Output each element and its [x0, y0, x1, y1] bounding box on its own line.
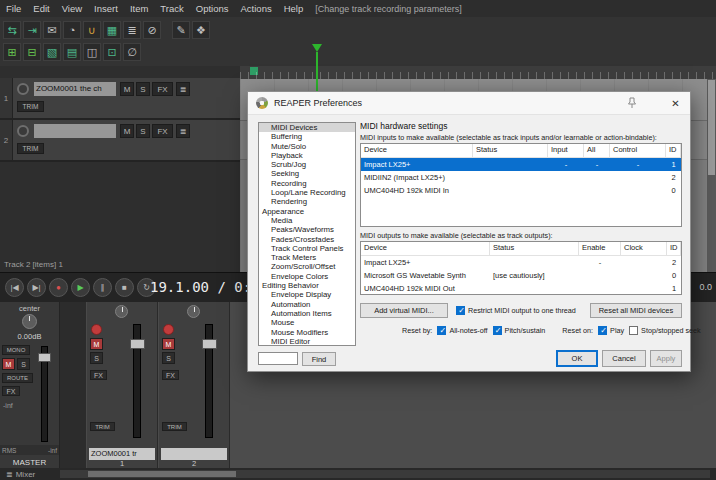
category-item[interactable]: Seeking	[259, 169, 355, 178]
toolbar-icon[interactable]: ✉	[43, 21, 61, 39]
toolbar-icon[interactable]: ⊡	[103, 43, 121, 61]
fader-handle[interactable]	[202, 339, 217, 349]
toolbar-icon[interactable]: ⇥	[23, 21, 41, 39]
track-panel-area[interactable]: 1 ZOOM0001 the ch M S FX TRIM 2 M S FX	[0, 66, 240, 272]
category-item[interactable]: Buffering	[259, 132, 355, 141]
mute-button[interactable]: M	[2, 358, 15, 370]
category-item[interactable]: Peaks/Waveforms	[259, 225, 355, 234]
horizontal-scrollbar[interactable]	[60, 470, 710, 478]
column-header[interactable]: Status	[473, 144, 548, 157]
fx-button[interactable]: FX	[152, 124, 173, 138]
category-item[interactable]: Automation Items	[259, 309, 355, 318]
track-header[interactable]: 1 ZOOM0001 the ch M S FX TRIM	[0, 78, 240, 120]
category-item[interactable]: MIDI Editor	[259, 337, 355, 346]
record-arm-button[interactable]	[17, 125, 29, 137]
volume-fader[interactable]	[133, 324, 141, 438]
column-header[interactable]: Input	[548, 144, 584, 157]
toolbar-icon[interactable]: ∪	[83, 21, 101, 39]
solo-button[interactable]: S	[136, 124, 150, 138]
column-header[interactable]: Clock	[621, 242, 667, 255]
trim-button[interactable]: TRIM	[17, 143, 44, 154]
category-item[interactable]: MIDI Devices	[259, 123, 355, 132]
table-row[interactable]: Impact LX25+ - 2	[361, 256, 681, 269]
record-arm-button[interactable]	[17, 83, 29, 95]
category-item[interactable]: Envelope Colors	[259, 272, 355, 281]
fx-button[interactable]: FX	[152, 82, 173, 96]
transport-button[interactable]: ●	[49, 278, 68, 297]
solo-button[interactable]: S	[17, 358, 30, 370]
scrollbar-thumb[interactable]	[708, 80, 715, 175]
category-item[interactable]: Mouse Modifiers	[259, 328, 355, 337]
apply-button[interactable]: Apply	[650, 350, 682, 367]
fader-handle[interactable]	[38, 353, 51, 362]
midi-inputs-table[interactable]: Device Status Input All Control ID Impac…	[360, 143, 682, 227]
menu-item[interactable]: Help	[278, 3, 310, 14]
fx-button[interactable]: FX	[90, 370, 107, 380]
mixer-strip[interactable]: M S FX TRIM ZOOM0001 tr 1	[86, 302, 158, 468]
find-button[interactable]: Find	[302, 352, 336, 366]
volume-fader[interactable]	[205, 324, 213, 438]
category-item[interactable]: Mute/Solo	[259, 142, 355, 151]
column-header[interactable]: Control	[610, 144, 666, 157]
pan-knob[interactable]	[22, 314, 37, 329]
table-row[interactable]: Microsoft GS Wavetable Synth [use cautio…	[361, 269, 681, 282]
toolbar-icon[interactable]: ▤	[63, 43, 81, 61]
dialog-titlebar[interactable]: REAPER Preferences ✕	[248, 92, 690, 115]
trim-button[interactable]: TRIM	[90, 422, 115, 431]
mute-button[interactable]: M	[162, 338, 175, 350]
category-item[interactable]: Playback	[259, 151, 355, 160]
column-header[interactable]: Status	[490, 242, 579, 255]
toolbar-icon[interactable]: ▧	[43, 43, 61, 61]
toolbar-icon[interactable]: ⊞	[3, 43, 21, 61]
toolbar-icon[interactable]: ▦	[103, 21, 121, 39]
fx-button[interactable]: FX	[162, 370, 179, 380]
record-arm-button[interactable]	[91, 324, 102, 335]
category-item[interactable]: Media	[259, 216, 355, 225]
table-row[interactable]: Impact LX25+ - - - 1	[361, 158, 681, 171]
solo-button[interactable]: S	[90, 352, 103, 364]
menu-item[interactable]: File	[0, 3, 27, 14]
menu-item[interactable]: Track	[154, 3, 189, 14]
toolbar-icon[interactable]: ⇆	[3, 21, 21, 39]
menu-item[interactable]: Actions	[235, 3, 278, 14]
mixer-strip[interactable]: M S FX TRIM 2	[158, 302, 230, 468]
toolbar-icon[interactable]: ≣	[123, 21, 141, 39]
reset-all-midi-button[interactable]: Reset all MIDI devices	[590, 303, 682, 318]
transport-button[interactable]: ▶	[71, 278, 90, 297]
menu-item[interactable]: Insert	[88, 3, 124, 14]
master-strip[interactable]: center 0.00dB MONO M S ROUTE FX -inf RMS…	[0, 302, 60, 468]
restrict-checkbox[interactable]	[456, 306, 465, 315]
track-header[interactable]: 2 M S FX TRIM	[0, 120, 240, 162]
category-item[interactable]: Automation	[259, 300, 355, 309]
docker-tab-mixer[interactable]: Mixer	[2, 468, 39, 480]
category-item[interactable]: Envelope Display	[259, 290, 355, 299]
mute-button[interactable]: M	[90, 338, 103, 350]
toolbar-icon[interactable]: ⊟	[23, 43, 41, 61]
env-icon[interactable]	[176, 124, 190, 138]
toolbar-icon[interactable]: ◔	[63, 21, 81, 39]
category-item[interactable]: Rendering	[259, 197, 355, 206]
add-virtual-midi-button[interactable]: Add virtual MIDI...	[360, 303, 448, 318]
track-name-field[interactable]: ZOOM0001 the ch	[34, 82, 116, 96]
solo-button[interactable]: S	[136, 82, 150, 96]
category-item[interactable]: Mouse	[259, 318, 355, 327]
column-header[interactable]: ID	[667, 242, 681, 255]
pan-knob[interactable]	[187, 305, 200, 318]
fx-button[interactable]: FX	[2, 386, 20, 396]
route-button[interactable]: ROUTE	[2, 373, 33, 383]
toolbar-icon[interactable]: ∅	[123, 43, 141, 61]
volume-fader[interactable]	[41, 346, 48, 442]
find-input[interactable]	[258, 352, 298, 365]
table-row[interactable]: UMC404HD 192k MIDI In 0	[361, 184, 681, 197]
menu-item[interactable]: View	[56, 3, 88, 14]
mute-button[interactable]: M	[120, 82, 134, 96]
category-item[interactable]: Appearance	[259, 207, 355, 216]
env-icon[interactable]	[176, 82, 190, 96]
toolbar-icon[interactable]: ✎	[172, 21, 190, 39]
close-icon[interactable]: ✕	[668, 96, 683, 110]
category-item[interactable]: Track Meters	[259, 253, 355, 262]
trim-button[interactable]: TRIM	[17, 101, 44, 112]
track-name-field[interactable]	[34, 124, 116, 138]
menu-item[interactable]: Edit	[27, 3, 55, 14]
mono-button[interactable]: MONO	[2, 345, 30, 355]
